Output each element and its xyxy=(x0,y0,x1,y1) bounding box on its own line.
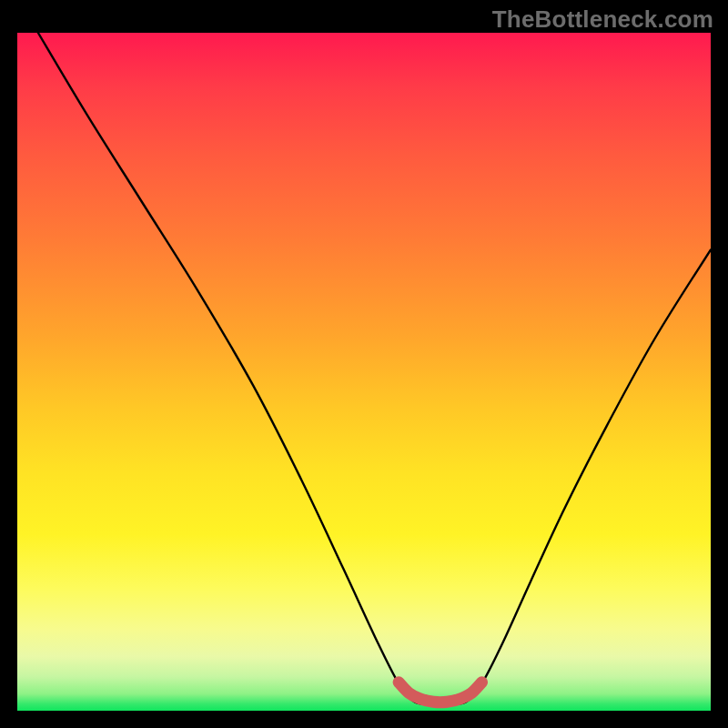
chart-svg xyxy=(17,33,711,711)
chart-frame: TheBottleneck.com xyxy=(0,0,728,728)
optimal-zone-line xyxy=(399,682,481,703)
bottleneck-curve-line xyxy=(38,33,711,704)
watermark-text: TheBottleneck.com xyxy=(492,5,713,34)
chart-plot-area xyxy=(17,33,711,711)
